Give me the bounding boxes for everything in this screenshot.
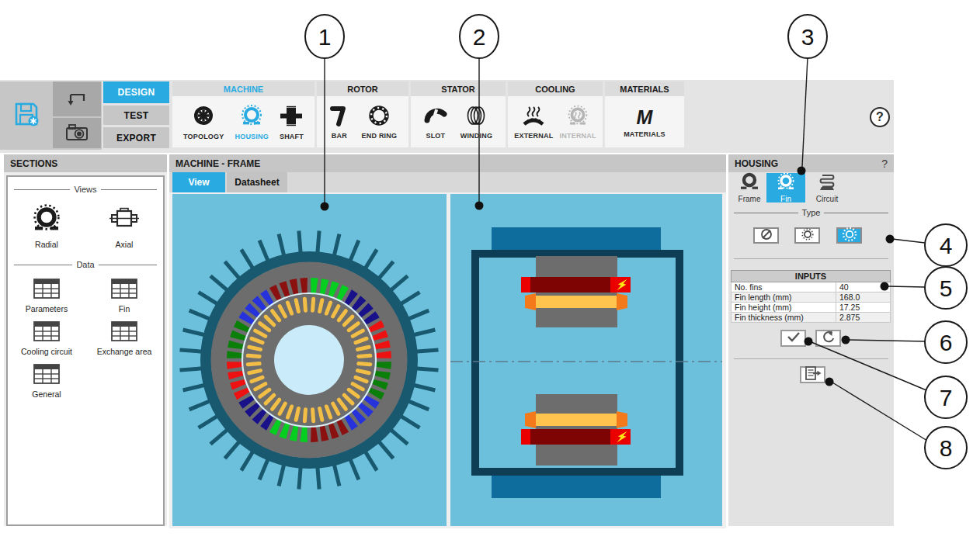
- export-report-button[interactable]: [800, 366, 825, 383]
- internal-cooling-label: INTERNAL: [560, 132, 596, 140]
- radial-cross-section: [172, 194, 447, 526]
- sections-panel-header: SECTIONS: [4, 154, 167, 172]
- view-tabs: View Datasheet: [169, 172, 726, 192]
- fin-type-long-button[interactable]: [836, 227, 862, 244]
- topology-icon: [192, 104, 215, 130]
- save-button[interactable]: [2, 84, 50, 147]
- screenshot-button[interactable]: [53, 118, 101, 148]
- circuit-label: Circuit: [816, 195, 838, 203]
- sidebar-item-label: Exchange area: [97, 347, 152, 356]
- table-icon: [111, 321, 137, 344]
- shaft-button[interactable]: SHAFT: [280, 104, 304, 140]
- topology-button[interactable]: TOPOLOGY: [183, 104, 224, 140]
- views-legend: Views: [14, 185, 157, 194]
- design-button[interactable]: DESIGN: [103, 81, 169, 103]
- ribbon: DESIGN TEST EXPORT MACHINE: [0, 80, 894, 153]
- inputs-table: INPUTS No. fins 40 Fin length (mm) 168.0…: [731, 270, 891, 323]
- divider: [734, 258, 888, 259]
- sections-title: SECTIONS: [10, 158, 57, 169]
- winding-icon: [464, 105, 488, 130]
- sidebar-item-label: Cooling circuit: [21, 347, 72, 356]
- callout-7: 7: [940, 385, 953, 410]
- tab-view[interactable]: View: [172, 172, 225, 192]
- fin-tool-button[interactable]: Fin: [766, 173, 805, 202]
- no-fin-icon: [759, 227, 773, 244]
- topology-label: TOPOLOGY: [183, 133, 224, 140]
- help-button[interactable]: ?: [870, 107, 890, 127]
- materials-button[interactable]: M MATERIALS: [624, 106, 665, 138]
- group-title: STATOR: [411, 81, 506, 96]
- sidebar-item-parameters[interactable]: Parameters: [8, 279, 85, 313]
- frame-icon: [739, 172, 759, 194]
- housing-button[interactable]: HOUSING: [235, 104, 269, 140]
- rotor-bar-icon: [328, 105, 350, 130]
- export-button[interactable]: EXPORT: [103, 127, 169, 148]
- sidebar-item-fin[interactable]: Fin: [85, 279, 163, 313]
- winding-label: WINDING: [460, 132, 492, 140]
- table-icon: [33, 279, 60, 302]
- group-title: MATERIALS: [605, 81, 684, 96]
- ribbon-group-rotor: ROTOR BAR END RING: [317, 81, 408, 147]
- save-icon: [12, 100, 40, 131]
- slot-button[interactable]: SLOT: [424, 105, 447, 140]
- undo-arrow-icon: [66, 88, 88, 110]
- bar-button[interactable]: BAR: [328, 105, 350, 140]
- ribbon-group-machine: MACHINE TOPOLOGY: [172, 81, 315, 147]
- sidebar-item-axial[interactable]: Axial: [85, 203, 163, 249]
- frame-label: Frame: [738, 195, 761, 203]
- table-row: Fin thickness (mm) 2.875: [732, 313, 891, 323]
- frame-tool-button[interactable]: Frame: [734, 173, 765, 202]
- callout-5: 5: [940, 275, 953, 301]
- long-fins-icon: [842, 227, 857, 245]
- table-icon: [33, 364, 60, 387]
- undo-button[interactable]: [53, 81, 101, 116]
- camera-icon: [65, 122, 89, 145]
- callout-4: 4: [940, 233, 953, 258]
- housing-help-button[interactable]: ?: [881, 158, 888, 170]
- group-title: COOLING: [508, 81, 603, 96]
- type-legend: Type: [734, 208, 888, 217]
- sidebar-item-cooling-circuit[interactable]: Cooling circuit: [8, 321, 85, 356]
- slot-icon: [424, 105, 447, 130]
- row-label: Fin thickness (mm): [732, 313, 836, 323]
- winding-button[interactable]: WINDING: [460, 105, 492, 140]
- fin-type-short-button[interactable]: [794, 227, 820, 244]
- sidebar-item-general[interactable]: General: [8, 364, 85, 399]
- row-label: No. fins: [732, 282, 836, 292]
- table-icon: [111, 279, 137, 302]
- inputs-table-header: INPUTS: [732, 271, 891, 282]
- row-value[interactable]: 2.875: [836, 313, 891, 323]
- sidebar-item-radial[interactable]: Radial: [8, 203, 85, 249]
- tab-datasheet[interactable]: Datasheet: [227, 172, 287, 192]
- radial-view-canvas: [172, 194, 447, 526]
- axial-label: Axial: [116, 240, 134, 249]
- circuit-tool-button[interactable]: Circuit: [808, 173, 846, 202]
- group-title: MACHINE: [172, 81, 315, 96]
- fin-type-none-button[interactable]: [753, 227, 779, 244]
- housing-title: HOUSING: [735, 158, 778, 169]
- radial-label: Radial: [35, 240, 58, 249]
- table-row: Fin height (mm) 17.25: [732, 303, 891, 313]
- external-cooling-icon: [522, 105, 545, 130]
- sections-box: Views Radial: [6, 175, 165, 526]
- external-cooling-button[interactable]: EXTERNAL: [514, 105, 553, 140]
- test-button[interactable]: TEST: [103, 106, 169, 125]
- axial-view-icon: [109, 203, 140, 237]
- housing-icon: [240, 104, 263, 130]
- apply-button[interactable]: [780, 330, 806, 347]
- end-ring-icon: [368, 105, 390, 130]
- callout-8: 8: [940, 435, 953, 461]
- sidebar-item-label: Parameters: [26, 304, 68, 313]
- table-row: No. fins 40: [732, 282, 891, 292]
- end-ring-button[interactable]: END RING: [362, 105, 398, 140]
- materials-label: MATERIALS: [624, 130, 665, 138]
- row-value[interactable]: 40: [836, 282, 891, 292]
- row-value[interactable]: 17.25: [836, 303, 891, 313]
- housing-panel-header: HOUSING ?: [728, 154, 894, 172]
- reset-button[interactable]: [815, 330, 841, 347]
- row-value[interactable]: 168.0: [836, 292, 891, 303]
- callout-3: 3: [801, 24, 815, 50]
- bar-label: BAR: [332, 132, 347, 140]
- sidebar-item-exchange-area[interactable]: Exchange area: [85, 321, 163, 356]
- data-legend: Data: [14, 260, 157, 269]
